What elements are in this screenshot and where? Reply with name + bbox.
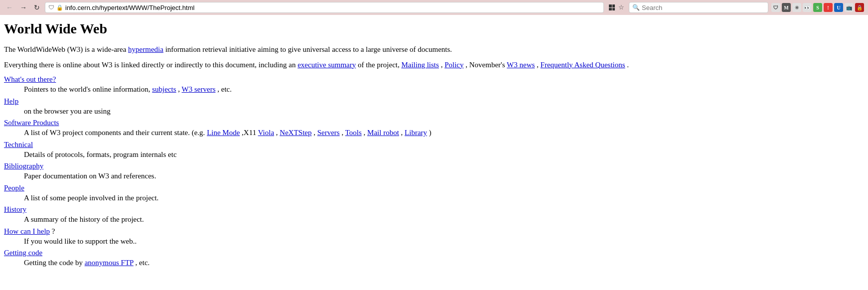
- getting-code-desc: Getting the code by anonymous FTP , etc.: [24, 257, 864, 269]
- nextstep-link[interactable]: NeXTStep: [280, 129, 311, 137]
- search-icon: 🔍: [632, 4, 640, 11]
- apps-icon[interactable]: [609, 4, 615, 10]
- section-whats-out-there: What's out there? Pointers to the world'…: [4, 75, 864, 95]
- section-software-products: Software Products A list of W3 project c…: [4, 119, 864, 139]
- intro2-mid4: ,: [535, 61, 540, 69]
- w3servers-link[interactable]: W3 servers: [182, 85, 216, 93]
- ext-eyes-icon[interactable]: 👀: [803, 3, 812, 12]
- history-link[interactable]: History: [4, 205, 864, 214]
- how-can-i-help-line: How can I help ?: [4, 227, 864, 236]
- address-bar-container: 🛡 🔒: [45, 2, 604, 13]
- policy-link[interactable]: Policy: [444, 61, 463, 69]
- ext-s-icon[interactable]: S: [813, 3, 822, 12]
- bookmark-icon[interactable]: ☆: [617, 2, 626, 12]
- section-getting-code: Getting code Getting the code by anonymo…: [4, 249, 864, 269]
- intro-paragraph-2: Everything there is online about W3 is l…: [4, 59, 864, 71]
- section-people: People A list of some people involved in…: [4, 184, 864, 204]
- reload-button[interactable]: ↻: [32, 2, 42, 12]
- intro2-pre-text: Everything there is online about W3 is l…: [4, 61, 297, 69]
- intro1-pre-text: The WorldWideWeb (W3) is a wide-area: [4, 45, 128, 53]
- intro2-post: .: [625, 61, 629, 69]
- mailrobot-link[interactable]: Mail robot: [367, 129, 399, 137]
- extension-icons: 🛡 M ✳ 👀 S ! U 📺 🔒: [771, 3, 864, 12]
- how-can-i-help-post: ?: [50, 227, 55, 235]
- w3news-link[interactable]: W3 news: [507, 61, 535, 69]
- linemode-link[interactable]: Line Mode: [207, 129, 240, 137]
- shield-icon: 🛡: [48, 4, 54, 11]
- technical-desc: Details of protocols, formats, program i…: [24, 149, 864, 160]
- intro2-mid3: , November's: [463, 61, 507, 69]
- search-bar-container: 🔍: [629, 2, 768, 13]
- help-desc: on the browser you are using: [24, 106, 864, 117]
- ext-dashlane-icon[interactable]: 🛡: [771, 3, 780, 12]
- software-products-link[interactable]: Software Products: [4, 119, 864, 127]
- address-input[interactable]: [65, 4, 600, 11]
- section-bibliography: Bibliography Paper documentation on W3 a…: [4, 162, 864, 182]
- faq-link[interactable]: Frequently Asked Questions: [541, 61, 625, 69]
- whats-out-there-link[interactable]: What's out there?: [4, 75, 864, 84]
- how-can-i-help-desc: If you would like to support the web..: [24, 236, 864, 247]
- toolbar-icons: ☆: [609, 2, 626, 12]
- ext-lock2-icon[interactable]: 🔒: [855, 3, 864, 12]
- executive-summary-link[interactable]: executive summary: [297, 61, 356, 69]
- page-title: World Wide Web: [4, 21, 864, 37]
- how-can-i-help-link[interactable]: How can I help: [4, 227, 50, 235]
- forward-button[interactable]: →: [18, 2, 29, 12]
- history-desc: A summary of the history of the project.: [24, 214, 864, 225]
- subjects-link[interactable]: subjects: [152, 85, 176, 93]
- bibliography-link[interactable]: Bibliography: [4, 162, 864, 170]
- section-technical: Technical Details of protocols, formats,…: [4, 141, 864, 160]
- section-help: Help on the browser you are using: [4, 97, 864, 117]
- intro-paragraph-1: The WorldWideWeb (W3) is a wide-area hyp…: [4, 44, 864, 55]
- page-content: World Wide Web The WorldWideWeb (W3) is …: [0, 15, 868, 277]
- section-list: What's out there? Pointers to the world'…: [4, 75, 864, 269]
- back-button[interactable]: ←: [4, 2, 15, 12]
- servers-link[interactable]: Servers: [317, 129, 340, 137]
- people-link[interactable]: People: [4, 184, 864, 192]
- ext-m-icon[interactable]: M: [782, 3, 791, 12]
- ext-star-icon[interactable]: ✳: [792, 3, 801, 12]
- ext-u-icon[interactable]: U: [834, 3, 843, 12]
- help-link[interactable]: Help: [4, 97, 864, 106]
- library-link[interactable]: Library: [405, 129, 427, 137]
- tools-link[interactable]: Tools: [345, 129, 362, 137]
- browser-toolbar: ← → ↻ 🛡 🔒 ☆ 🔍 🛡 M ✳ 👀 S ! U 📺 🔒: [0, 0, 868, 15]
- ext-red-icon[interactable]: !: [824, 3, 833, 12]
- intro1-post-text: information retrieval initiative aiming …: [163, 45, 452, 53]
- whats-out-there-desc: Pointers to the world's online informati…: [24, 84, 864, 95]
- section-how-can-i-help: How can I help ? If you would like to su…: [4, 227, 864, 247]
- intro2-mid2: ,: [439, 61, 444, 69]
- people-desc: A list of some people involved in the pr…: [24, 192, 864, 204]
- bibliography-desc: Paper documentation on W3 and references…: [24, 170, 864, 182]
- software-products-desc: A list of W3 project components and thei…: [24, 127, 864, 139]
- lock-icon: 🔒: [56, 4, 63, 11]
- technical-link[interactable]: Technical: [4, 141, 864, 149]
- intro2-mid1: of the project,: [356, 61, 401, 69]
- viola-link[interactable]: Viola: [258, 129, 274, 137]
- anonymous-ftp-link[interactable]: anonymous FTP: [85, 259, 134, 267]
- search-input[interactable]: [642, 4, 765, 11]
- mailing-lists-link[interactable]: Mailing lists: [401, 61, 438, 69]
- hypermedia-link[interactable]: hypermedia: [128, 45, 163, 53]
- ext-tv-icon[interactable]: 📺: [845, 3, 854, 12]
- section-history: History A summary of the history of the …: [4, 205, 864, 225]
- getting-code-link[interactable]: Getting code: [4, 249, 864, 257]
